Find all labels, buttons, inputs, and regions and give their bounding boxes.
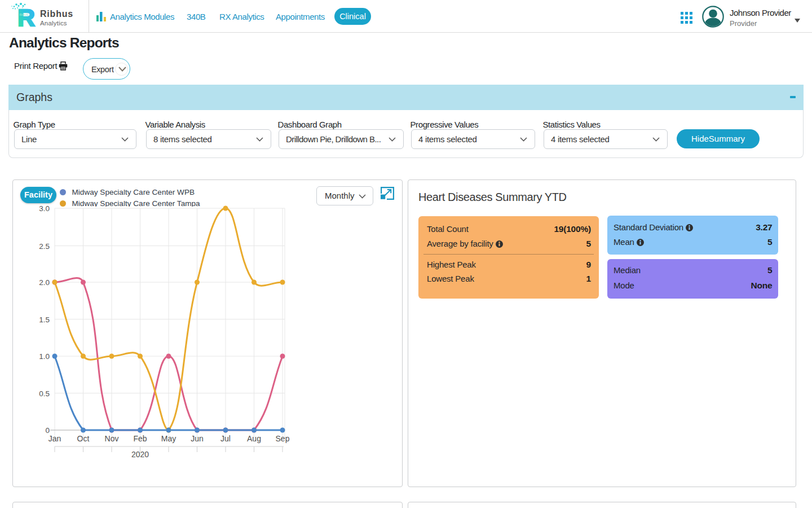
svg-text:0: 0 [45, 426, 50, 435]
svg-text:Jun: Jun [191, 434, 204, 443]
svg-text:Jul: Jul [220, 434, 231, 443]
svg-text:0.5: 0.5 [39, 389, 50, 398]
svg-text:2.0: 2.0 [39, 278, 50, 287]
svg-text:Jan: Jan [48, 434, 61, 443]
svg-text:Sep: Sep [276, 434, 290, 443]
svg-text:R: R [17, 4, 35, 31]
svg-text:1.0: 1.0 [39, 352, 50, 361]
svg-text:Oct: Oct [77, 434, 90, 443]
svg-text:Nov: Nov [105, 434, 119, 443]
svg-text:2.5: 2.5 [39, 242, 50, 251]
svg-text:1.5: 1.5 [39, 316, 50, 324]
svg-text:2020: 2020 [131, 450, 149, 459]
svg-text:3.0: 3.0 [39, 204, 50, 213]
svg-text:Aug: Aug [247, 434, 261, 443]
svg-text:May: May [161, 434, 176, 443]
svg-text:BHUS: BHUS [20, 13, 29, 16]
svg-text:Feb: Feb [133, 434, 147, 443]
